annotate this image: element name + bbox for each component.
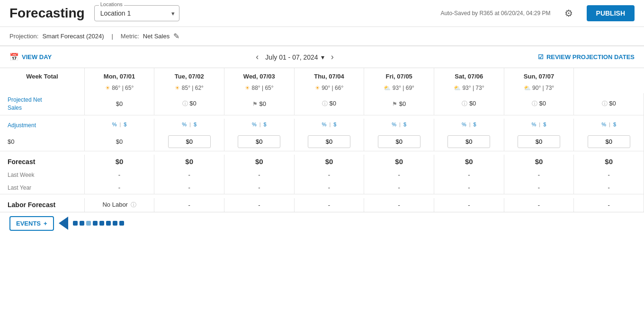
adj-dollar-6[interactable]: $ bbox=[613, 122, 616, 127]
adj-dollar-4[interactable]: $ bbox=[474, 122, 476, 127]
cloud-icon-4: ⛅ bbox=[384, 85, 391, 91]
last-year-label: Last Year bbox=[8, 184, 31, 191]
adjustment-field-1[interactable] bbox=[238, 135, 280, 148]
forecast-val-2: $0 bbox=[325, 157, 333, 166]
adj-pct-toggle-week[interactable]: % bbox=[112, 122, 117, 127]
adj-toggle-wrap-2: % | $ bbox=[300, 122, 358, 127]
forecast-day-1: $0 bbox=[224, 155, 295, 168]
projected-net-sales-label: Projected Net Sales bbox=[8, 96, 42, 111]
bottom-bar: EVENTS + bbox=[0, 212, 644, 235]
adj-pct-4[interactable]: % bbox=[462, 122, 466, 127]
prev-week-button[interactable]: ‹ bbox=[253, 51, 261, 63]
sunny-icon-1: ☀ bbox=[175, 85, 180, 91]
adj-input-6[interactable] bbox=[574, 132, 644, 151]
adj-pct-1[interactable]: % bbox=[252, 122, 257, 127]
toolbar: 📅 VIEW DAY ‹ July 01 - 07, 2024 ▾ › ☑ RE… bbox=[0, 46, 644, 68]
day-header-2: Wed, 07/03 bbox=[224, 68, 295, 83]
labor-day-2: - bbox=[294, 198, 364, 212]
adj-dollar-2[interactable]: $ bbox=[333, 122, 336, 127]
adj-toggle-wrap-4: % | $ bbox=[440, 122, 498, 127]
adj-day-toggle-5: % | $ bbox=[504, 119, 574, 132]
weather-day-0: ☀ 86° | 65° bbox=[84, 83, 154, 93]
projected-day-3: ⚑ $0 bbox=[364, 93, 434, 115]
adj-toggle-wrap-1: % | $ bbox=[230, 122, 288, 127]
adjustment-field-4[interactable] bbox=[447, 135, 490, 148]
weather-day-3: ☀ 90° | 66° bbox=[294, 83, 364, 93]
last-week-label: Last Week bbox=[8, 172, 34, 178]
adj-week-toggle-wrap: % | $ bbox=[90, 122, 149, 127]
publish-button[interactable]: PUBLISH bbox=[587, 5, 635, 21]
view-day-label: VIEW DAY bbox=[22, 53, 52, 61]
adj-pct-0[interactable]: % bbox=[182, 122, 187, 127]
adj-pct-3[interactable]: % bbox=[392, 122, 396, 127]
adj-pct-5[interactable]: % bbox=[532, 122, 537, 127]
adjustment-field-5[interactable] bbox=[518, 135, 560, 148]
last-week-day-5: - bbox=[504, 168, 574, 181]
adjustment-field-2[interactable] bbox=[308, 135, 350, 148]
adj-week-total-cell: $0 bbox=[84, 132, 154, 151]
metric-value: Net Sales bbox=[143, 33, 170, 40]
view-day-button[interactable]: 📅 VIEW DAY bbox=[9, 52, 52, 61]
forecast-day-3: $0 bbox=[364, 155, 434, 168]
events-button[interactable]: EVENTS + bbox=[9, 216, 54, 231]
adj-dollar-0[interactable]: $ bbox=[194, 122, 197, 127]
adj-pct-6[interactable]: % bbox=[601, 122, 606, 127]
last-week-row: Last Week - - - - - - - - bbox=[0, 168, 644, 181]
projected-day-2: ⓘ $0 bbox=[294, 93, 364, 115]
adj-dollar-3[interactable]: $ bbox=[403, 122, 406, 127]
adj-input-5[interactable] bbox=[504, 132, 574, 151]
dot-3 bbox=[86, 221, 91, 226]
forecast-val-1: $0 bbox=[255, 157, 263, 166]
date-range-text: July 01 - 07, 2024 bbox=[265, 53, 318, 61]
last-week-day-1: - bbox=[224, 168, 295, 181]
adj-pct-2[interactable]: % bbox=[322, 122, 327, 127]
events-label: EVENTS bbox=[16, 220, 41, 227]
metric-label: Metric: bbox=[121, 33, 139, 40]
next-week-button[interactable]: › bbox=[328, 51, 337, 63]
projected-day-1: ⚑ $0 bbox=[224, 93, 295, 115]
adj-dollar-1[interactable]: $ bbox=[264, 122, 267, 127]
adj-dollar-toggle-week[interactable]: $ bbox=[124, 122, 126, 127]
adj-week-val: $0 bbox=[8, 138, 14, 145]
forecast-day-0: $0 bbox=[154, 155, 224, 168]
adj-dollar-5[interactable]: $ bbox=[543, 122, 546, 127]
review-label: REVIEW PROJECTION DATES bbox=[546, 53, 635, 61]
last-year-row: Last Year - - - - - - - - bbox=[0, 181, 644, 194]
adjustment-field-3[interactable] bbox=[378, 135, 420, 148]
info-icon-proj-2: ⓘ bbox=[322, 100, 328, 107]
no-labor-text: No Labor bbox=[102, 201, 127, 208]
last-year-week-val: - bbox=[84, 181, 154, 194]
adj-input-3[interactable] bbox=[364, 132, 434, 151]
adjustment-field-6[interactable] bbox=[588, 135, 630, 148]
day-header-0: Mon, 07/01 bbox=[84, 68, 154, 83]
edit-icon[interactable]: ✎ bbox=[173, 32, 179, 41]
location-select[interactable]: Location 1 bbox=[94, 5, 179, 21]
adj-input-4[interactable] bbox=[434, 132, 504, 151]
forecast-val-5: $0 bbox=[535, 157, 543, 166]
adj-input-0[interactable] bbox=[154, 132, 224, 151]
adj-week-toggle: % | $ bbox=[84, 119, 154, 132]
last-year-day-4: - bbox=[434, 181, 504, 194]
adj-day-toggle-4: % | $ bbox=[434, 119, 504, 132]
calendar-icon: 📅 bbox=[9, 52, 19, 61]
projected-week-total: $0 bbox=[84, 93, 154, 115]
no-labor-info-icon: ⓘ bbox=[131, 201, 136, 208]
adj-input-2[interactable] bbox=[294, 132, 364, 151]
dot-7 bbox=[113, 221, 117, 226]
labor-day-1: - bbox=[224, 198, 295, 212]
labor-day-0: - bbox=[154, 198, 224, 212]
last-week-day-4: - bbox=[434, 168, 504, 181]
info-icon-proj-4: ⓘ bbox=[462, 100, 467, 107]
dot-1 bbox=[73, 221, 78, 226]
review-projection-button[interactable]: ☑ REVIEW PROJECTION DATES bbox=[538, 53, 635, 61]
adj-input-1[interactable] bbox=[224, 132, 295, 151]
sunny-icon-3: ☀ bbox=[315, 85, 320, 91]
adjustment-field-0[interactable] bbox=[168, 135, 211, 148]
divider-1 bbox=[0, 115, 644, 119]
weather-day-6: ⛅ 90° | 73° bbox=[504, 83, 574, 93]
settings-button[interactable]: ⚙ bbox=[560, 5, 577, 22]
last-year-day-2: - bbox=[294, 181, 364, 194]
date-range-button[interactable]: July 01 - 07, 2024 ▾ bbox=[265, 53, 324, 61]
last-year-day-1: - bbox=[224, 181, 295, 194]
weather-day-1: ☀ 85° | 62° bbox=[154, 83, 224, 93]
